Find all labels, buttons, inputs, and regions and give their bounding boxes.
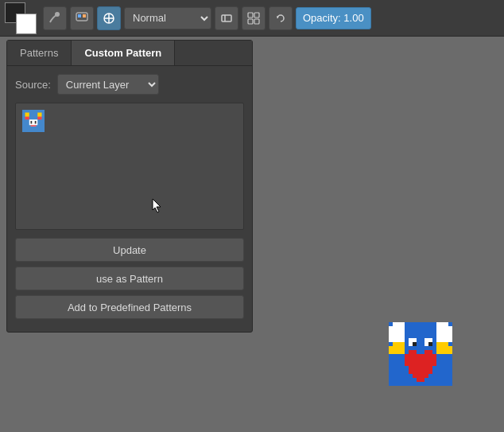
svg-rect-31 <box>389 346 397 354</box>
svg-rect-39 <box>417 378 425 382</box>
main-toolbar: Normal Dissolve Multiply Screen Opacity:… <box>0 0 504 37</box>
update-button[interactable]: Update <box>15 238 244 262</box>
canvas-area <box>262 40 504 432</box>
add-predefined-button[interactable]: Add to Predefined Patterns <box>15 295 244 319</box>
blend-mode-select[interactable]: Normal Dissolve Multiply Screen <box>124 7 211 29</box>
main-sprite <box>389 322 452 388</box>
source-row: Source: Current Layer All Layers Active … <box>15 74 244 95</box>
clone-tool-icon[interactable] <box>97 6 121 30</box>
tab-patterns[interactable]: Patterns <box>7 41 72 65</box>
svg-rect-26 <box>393 322 405 330</box>
background-color[interactable] <box>16 14 37 34</box>
svg-rect-36 <box>405 354 436 366</box>
svg-rect-42 <box>413 342 417 346</box>
merge-icon[interactable] <box>242 6 266 30</box>
reset-icon[interactable] <box>269 6 293 30</box>
svg-point-0 <box>55 12 60 17</box>
tab-custom-pattern[interactable]: Custom Pattern <box>72 41 175 65</box>
source-label: Source: <box>15 79 51 91</box>
opacity-value: 1.00 <box>343 12 363 24</box>
pattern-preview <box>15 103 244 230</box>
use-as-pattern-button[interactable]: use as Pattern <box>15 267 244 290</box>
svg-rect-11 <box>248 19 253 24</box>
svg-rect-2 <box>78 14 81 18</box>
svg-rect-16 <box>37 113 41 117</box>
svg-rect-7 <box>222 15 231 21</box>
svg-rect-17 <box>25 117 29 120</box>
svg-rect-37 <box>409 366 432 374</box>
sprite-preview-icon <box>22 110 45 132</box>
svg-rect-15 <box>25 113 29 117</box>
svg-rect-12 <box>254 19 259 24</box>
panel-body: Source: Current Layer All Layers Active … <box>7 66 252 332</box>
svg-rect-43 <box>428 342 432 346</box>
svg-rect-22 <box>31 125 37 126</box>
svg-rect-10 <box>254 13 259 18</box>
opacity-control[interactable]: Opacity: 1.00 <box>296 7 371 29</box>
brush-tool-icon[interactable] <box>43 6 67 30</box>
svg-rect-20 <box>31 121 33 124</box>
svg-rect-3 <box>83 14 86 18</box>
tool-panel: Patterns Custom Pattern Source: Current … <box>6 40 253 333</box>
svg-rect-21 <box>35 121 37 124</box>
svg-rect-18 <box>37 117 41 120</box>
svg-rect-19 <box>29 119 38 125</box>
paint-icon[interactable] <box>70 6 94 30</box>
source-select[interactable]: Current Layer All Layers Active Drawable <box>57 74 159 95</box>
svg-rect-29 <box>436 322 448 330</box>
erase-icon[interactable] <box>215 6 238 30</box>
svg-rect-33 <box>444 346 452 354</box>
color-selector[interactable] <box>5 2 37 34</box>
svg-rect-9 <box>248 13 253 18</box>
panel-tabs: Patterns Custom Pattern <box>7 41 252 66</box>
opacity-label: Opacity: <box>303 12 341 24</box>
svg-rect-38 <box>413 374 428 378</box>
